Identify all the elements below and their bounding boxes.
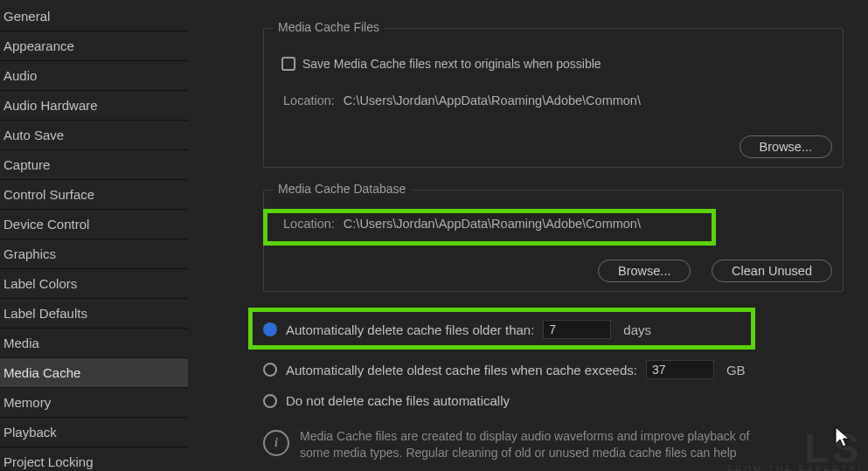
radio-selected-icon[interactable] <box>263 322 277 336</box>
older-than-days-input[interactable] <box>543 320 611 339</box>
sidebar-item-audio-hardware[interactable]: Audio Hardware <box>0 91 188 120</box>
media-cache-files-group: Media Cache Files Save Media Cache files… <box>263 28 844 168</box>
auto-delete-older-than-row[interactable]: Automatically delete cache files older t… <box>263 320 651 339</box>
info-line: some media types. Regular cleaning of ol… <box>300 446 737 460</box>
location-label: Location: <box>283 217 335 231</box>
sidebar-item-label-defaults[interactable]: Label Defaults <box>0 299 188 328</box>
sidebar-item-general[interactable]: General <box>0 2 188 31</box>
sidebar-item-playback[interactable]: Playback <box>0 418 188 447</box>
radio-unselected-icon[interactable] <box>263 394 277 408</box>
exceeds-unit: GB <box>726 363 746 377</box>
sidebar-item-media-cache[interactable]: Media Cache <box>0 358 188 387</box>
media-cache-files-title: Media Cache Files <box>273 20 385 34</box>
media-cache-files-location-path: C:\Users\Jordan\AppData\Roaming\Adobe\Co… <box>344 94 641 107</box>
do-not-delete-label: Do not delete cache files automatically <box>286 393 510 408</box>
preferences-panel-media-cache: Media Cache Files Save Media Cache files… <box>188 0 868 471</box>
checkbox-icon[interactable] <box>281 57 295 71</box>
sidebar-item-capture[interactable]: Capture <box>0 150 188 179</box>
info-text: Media Cache files are created to display… <box>300 428 749 461</box>
watermark-small: FROM THE EXPERTS! <box>727 465 863 471</box>
sidebar-item-graphics[interactable]: Graphics <box>0 239 188 268</box>
sidebar-item-device-control[interactable]: Device Control <box>0 210 188 239</box>
save-next-to-originals-row[interactable]: Save Media Cache files next to originals… <box>281 57 601 71</box>
sidebar-item-label-colors[interactable]: Label Colors <box>0 269 188 298</box>
info-line: Media Cache files are created to display… <box>300 429 749 443</box>
auto-delete-exceeds-row[interactable]: Automatically delete oldest cache files … <box>263 360 746 379</box>
sidebar-item-project-locking[interactable]: Project Locking <box>0 447 188 471</box>
media-cache-db-location-row: Location: C:\Users\Jordan\AppData\Roamin… <box>283 217 641 231</box>
media-cache-db-location-path: C:\Users\Jordan\AppData\Roaming\Adobe\Co… <box>344 217 641 231</box>
browse-media-cache-files-button[interactable]: Browse... <box>740 135 832 158</box>
cursor-icon <box>835 426 851 449</box>
sidebar-item-control-surface[interactable]: Control Surface <box>0 180 188 209</box>
location-label: Location: <box>283 94 335 107</box>
auto-delete-older-than-label: Automatically delete cache files older t… <box>286 322 534 337</box>
sidebar-item-auto-save[interactable]: Auto Save <box>0 121 188 149</box>
radio-unselected-icon[interactable] <box>263 363 277 377</box>
save-next-to-originals-label: Save Media Cache files next to originals… <box>302 57 601 71</box>
sidebar-item-appearance[interactable]: Appearance <box>0 31 188 60</box>
sidebar-item-memory[interactable]: Memory <box>0 388 188 417</box>
preferences-sidebar: GeneralAppearanceAudioAudio HardwareAuto… <box>0 0 188 471</box>
sidebar-item-media[interactable]: Media <box>0 329 188 357</box>
media-cache-database-group: Media Cache Database Location: C:\Users\… <box>263 190 844 292</box>
media-cache-database-title: Media Cache Database <box>273 182 411 196</box>
media-cache-files-location-row: Location: C:\Users\Jordan\AppData\Roamin… <box>283 94 641 107</box>
clean-unused-button[interactable]: Clean Unused <box>712 260 832 282</box>
auto-delete-exceeds-label: Automatically delete oldest cache files … <box>286 363 637 377</box>
info-icon: i <box>263 430 289 456</box>
browse-media-cache-db-button[interactable]: Browse... <box>598 260 691 282</box>
exceeds-gb-input[interactable] <box>646 360 714 379</box>
info-row: i Media Cache files are created to displ… <box>263 428 749 461</box>
sidebar-item-audio[interactable]: Audio <box>0 61 188 90</box>
older-than-unit: days <box>623 322 651 337</box>
do-not-delete-row[interactable]: Do not delete cache files automatically <box>263 393 510 408</box>
